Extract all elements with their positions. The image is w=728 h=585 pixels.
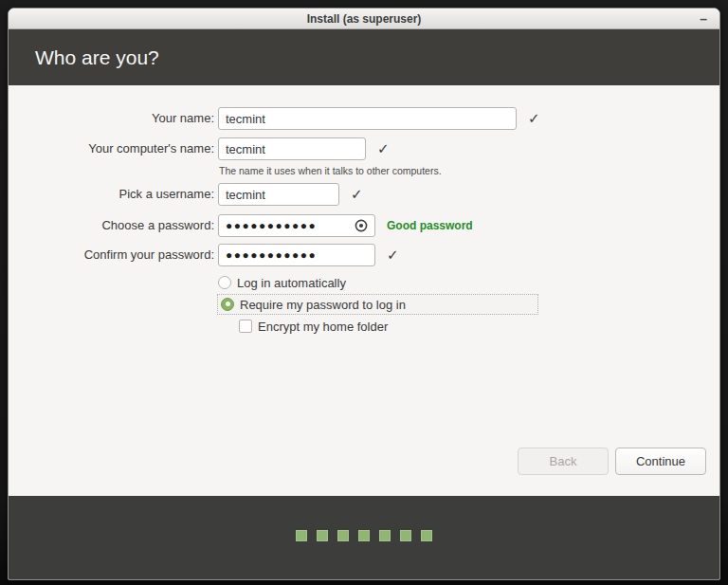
login-require-row[interactable]: Require my password to log in — [217, 294, 538, 315]
back-button[interactable]: Back — [518, 448, 609, 475]
computer-valid-check-icon: ✓ — [377, 137, 390, 160]
progress-dot — [296, 530, 307, 541]
show-password-eye-icon[interactable] — [354, 218, 369, 233]
username-input[interactable] — [218, 183, 339, 206]
your-name-input[interactable] — [218, 107, 517, 130]
minimize-button[interactable]: – — [700, 9, 707, 28]
encrypt-home-label[interactable]: Encrypt my home folder — [258, 320, 388, 334]
password-strength-status: Good password — [387, 214, 473, 237]
progress-dot — [317, 530, 328, 541]
desktop: { "window": { "title": "Install (as supe… — [0, 0, 728, 585]
login-auto-label[interactable]: Log in automatically — [237, 276, 346, 290]
continue-button[interactable]: Continue — [615, 448, 706, 475]
username-valid-check-icon: ✓ — [351, 183, 363, 206]
form-area: Your name: ✓ Your computer's name: ✓ The… — [9, 85, 719, 496]
confirm-valid-check-icon: ✓ — [387, 244, 399, 266]
progress-footer — [9, 496, 719, 579]
computer-name-input[interactable] — [218, 137, 366, 160]
installer-window: Install (as superuser) – Who are you? Yo… — [8, 8, 720, 580]
progress-dot — [379, 530, 391, 541]
encrypt-home-checkbox[interactable] — [239, 320, 252, 333]
progress-dot — [421, 530, 432, 541]
computer-name-helper: The name it uses when it talks to other … — [219, 165, 442, 176]
titlebar[interactable]: Install (as superuser) – — [9, 9, 719, 29]
window-title: Install (as superuser) — [307, 12, 422, 26]
computer-name-label: Your computer's name: — [9, 137, 214, 160]
password-input[interactable] — [218, 214, 375, 237]
name-valid-check-icon: ✓ — [528, 107, 540, 130]
username-label: Pick a username: — [9, 183, 214, 206]
login-auto-radio[interactable] — [218, 276, 231, 289]
your-name-label: Your name: — [9, 107, 214, 130]
login-require-label[interactable]: Require my password to log in — [240, 298, 406, 312]
page-title: Who are you? — [35, 46, 159, 69]
progress-dot — [400, 530, 411, 541]
page-header: Who are you? — [9, 29, 719, 85]
confirm-password-input[interactable] — [218, 244, 375, 266]
login-require-radio[interactable] — [221, 298, 234, 311]
progress-dot — [337, 530, 349, 541]
progress-dot — [358, 530, 370, 541]
password-label: Choose a password: — [9, 214, 214, 237]
confirm-password-label: Confirm your password: — [9, 244, 214, 266]
